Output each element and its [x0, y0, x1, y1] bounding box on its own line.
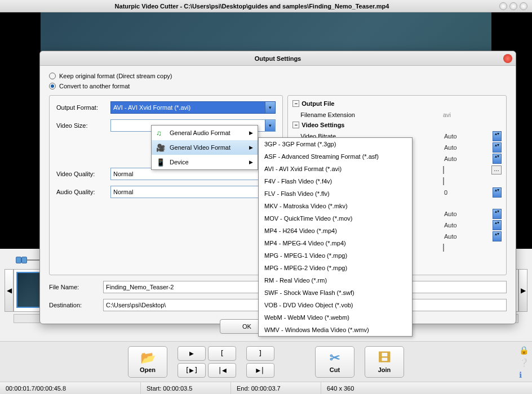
- setting-value[interactable]: Auto: [444, 155, 493, 162]
- chevron-down-icon: ▾: [265, 102, 275, 113]
- spinner-icon[interactable]: ▴▾: [493, 209, 502, 219]
- chevron-right-icon: ▶: [249, 130, 253, 136]
- format-menu-item[interactable]: MP4 - H264 Video (*.mp4): [259, 225, 412, 237]
- side-icons: 🔒 ❔ ℹ: [519, 346, 529, 379]
- spinner-icon[interactable]: ▴▾: [493, 131, 502, 141]
- format-menu-item[interactable]: FLV - Flash Video (*.flv): [259, 187, 412, 200]
- dialog-title: Output Settings: [255, 55, 302, 62]
- video-bitrate-value[interactable]: Auto: [444, 133, 493, 140]
- open-button[interactable]: 📂 Open: [128, 346, 167, 378]
- thumb-prev-button[interactable]: ◀: [5, 269, 14, 312]
- mark-out-button[interactable]: ]: [246, 346, 274, 361]
- playback-controls: ▶ [ [▶] |◀: [178, 346, 236, 378]
- seek-fwd-button[interactable]: [▶]: [178, 363, 206, 378]
- radio-icon: [49, 73, 56, 79]
- mark-in-button[interactable]: [: [208, 346, 236, 361]
- format-menu-item[interactable]: WMV - Windows Media Video (*.wmv): [259, 324, 412, 336]
- browse-button[interactable]: …: [491, 165, 502, 174]
- cut-button[interactable]: ✂ Cut: [315, 346, 354, 378]
- format-menu-item[interactable]: RM - Real Video (*.rm): [259, 274, 412, 286]
- join-button[interactable]: 🎞 Join: [365, 346, 404, 378]
- format-category-menu: ♫ General Audio Format ▶ 🎥 General Video…: [151, 125, 258, 170]
- video-size-label: Video Size:: [56, 122, 110, 129]
- format-menu-item[interactable]: MPG - MPEG-1 Video (*.mpg): [259, 249, 412, 262]
- fps-value[interactable]: Auto: [444, 144, 493, 151]
- trim-start-handle[interactable]: [16, 257, 21, 263]
- chevron-right-icon: ▶: [249, 145, 253, 150]
- checkbox[interactable]: [443, 244, 444, 252]
- spinner-icon[interactable]: ▴▾: [493, 187, 502, 198]
- setting-value[interactable]: Auto: [444, 233, 493, 240]
- menu-item-video-format[interactable]: 🎥 General Video Format ▶: [152, 140, 258, 155]
- thumb-next-button[interactable]: ▶: [518, 269, 527, 312]
- dialog-titlebar: Output Settings: [40, 51, 516, 66]
- output-format-label: Output Format:: [56, 104, 110, 111]
- format-menu-item[interactable]: AVI - AVI Xvid Format (*.avi): [259, 163, 412, 175]
- play-button[interactable]: ▶: [178, 346, 206, 361]
- spinner-icon[interactable]: ▴▾: [493, 142, 502, 153]
- chevron-down-icon: ▾: [265, 120, 275, 131]
- spinner-icon[interactable]: ▴▾: [493, 231, 502, 241]
- status-bar: 00:00:01.7/00:00:45.8 Start: 00:00:03.5 …: [0, 382, 532, 394]
- status-end: End: 00:00:03.7: [231, 382, 321, 394]
- titlebar: Naturpic Video Cutter - C:\Users\psi\Des…: [0, 0, 532, 12]
- minimize-button[interactable]: [499, 2, 507, 10]
- format-menu-item[interactable]: ASF - Advanced Streaming Format (*.asf): [259, 150, 412, 163]
- setting-value[interactable]: 0: [444, 189, 493, 196]
- format-menu-item[interactable]: MP4 - MPEG-4 Video (*.mp4): [259, 237, 412, 249]
- format-menu-item[interactable]: MPG - MPEG-2 Video (*.mpg): [259, 262, 412, 274]
- chevron-right-icon: ▶: [249, 159, 253, 165]
- format-menu-item[interactable]: VOB - DVD Video Object (*.vob): [259, 299, 412, 311]
- scissors-icon: ✂: [330, 351, 340, 365]
- close-button[interactable]: [520, 2, 527, 10]
- lock-icon[interactable]: 🔒: [519, 346, 529, 355]
- setting-value[interactable]: Auto: [444, 222, 493, 229]
- video-settings-header[interactable]: Video Settings: [292, 122, 502, 128]
- format-menu-item[interactable]: 3GP - 3GP Format (*.3gp): [259, 138, 412, 150]
- format-menu-item[interactable]: F4V - Flash Video (*.f4v): [259, 175, 412, 187]
- output-format-combo[interactable]: AVI - AVI Xvid Format (*.avi) ▾: [110, 101, 276, 114]
- bottom-toolbar: 📂 Open ▶ [ [▶] |◀ ] ▶| ✂ Cut 🎞 Join: [0, 341, 532, 382]
- spinner-icon[interactable]: ▴▾: [493, 154, 502, 164]
- video-format-submenu: 3GP - 3GP Format (*.3gp)ASF - Advanced S…: [258, 137, 413, 337]
- setting-value[interactable]: Auto: [444, 211, 493, 217]
- maximize-button[interactable]: [509, 2, 517, 10]
- destination-label: Destination:: [49, 302, 103, 308]
- radio-convert-format[interactable]: Convert to another format: [49, 83, 507, 89]
- help-icon[interactable]: ❔: [519, 358, 529, 367]
- folder-icon: 📂: [140, 351, 156, 365]
- format-group: Output Format: AVI - AVI Xvid Format (*.…: [49, 95, 283, 275]
- audio-quality-combo[interactable]: Normal ▾: [110, 186, 276, 198]
- next-frame-button[interactable]: ▶|: [246, 363, 274, 378]
- status-dimensions: 640 x 360: [321, 382, 532, 394]
- radio-keep-format[interactable]: Keep original format (Direct stream copy…: [49, 73, 507, 79]
- format-menu-item[interactable]: MOV - QuickTime Video (*.mov): [259, 212, 412, 225]
- filename-ext-label: Filename Extension: [300, 111, 443, 118]
- format-menu-item[interactable]: MKV - Matroska Video (*.mkv): [259, 200, 412, 212]
- format-menu-item[interactable]: WebM - WebM Video (*.webm): [259, 311, 412, 324]
- menu-item-device[interactable]: 📱 Device ▶: [152, 155, 258, 169]
- filename-ext-value[interactable]: avi: [443, 111, 491, 118]
- window-title: Naturpic Video Cutter - C:\Users\psi\Des…: [5, 3, 499, 10]
- video-quality-label: Video Quality:: [56, 171, 110, 177]
- music-icon: ♫: [156, 129, 165, 137]
- filename-label: File Name:: [49, 284, 103, 290]
- info-icon[interactable]: ℹ: [519, 370, 529, 379]
- format-menu-item[interactable]: SWF - Shock Wave Flash (*.swf): [259, 286, 412, 299]
- prev-frame-button[interactable]: |◀: [208, 363, 236, 378]
- spinner-icon[interactable]: ▴▾: [493, 220, 502, 230]
- device-icon: 📱: [156, 158, 165, 167]
- film-icon: 🎞: [378, 351, 391, 365]
- status-time: 00:00:01.7/00:00:45.8: [0, 382, 141, 394]
- frame-controls: ] ▶|: [246, 346, 305, 378]
- video-icon: 🎥: [156, 144, 165, 152]
- menu-item-audio-format[interactable]: ♫ General Audio Format ▶: [152, 126, 258, 140]
- audio-quality-label: Audio Quality:: [56, 189, 110, 195]
- output-file-header[interactable]: Output File: [292, 100, 502, 107]
- checkbox[interactable]: [443, 177, 444, 185]
- dialog-close-button[interactable]: [503, 54, 512, 63]
- radio-icon: [49, 83, 56, 89]
- playhead-handle[interactable]: [21, 257, 27, 263]
- status-start: Start: 00:00:03.5: [141, 382, 231, 394]
- checkbox[interactable]: [443, 166, 444, 174]
